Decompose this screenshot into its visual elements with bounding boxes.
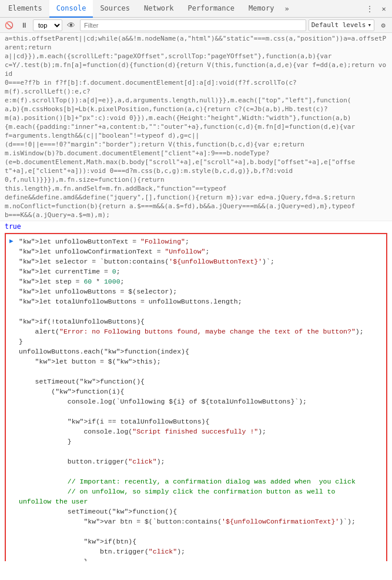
code-line: btn.trigger("click");	[9, 546, 383, 556]
code-line: unfollowButtons.each("kw">function(index…	[9, 346, 383, 356]
code-line: "kw">let unfollowButtons = $(selector);	[9, 286, 383, 296]
tab-more[interactable]: »	[281, 0, 292, 18]
code-line: unfollow the user	[9, 496, 383, 506]
code-line: // Important: recently, a confirmation d…	[9, 476, 383, 486]
tab-console[interactable]: Console	[49, 0, 93, 18]
code-line	[9, 406, 383, 416]
code-line	[9, 366, 383, 376]
code-block: ▶"kw">let unfollowButtonText = "Followin…	[5, 233, 387, 561]
code-line: "kw">let selector = `button:contains('${…	[9, 256, 383, 266]
console-content: a=this.offsetParent||cd;while(a&&!m.node…	[0, 33, 392, 561]
close-devtools-icon[interactable]: ✕	[377, 2, 391, 16]
code-line: "kw">let totalUnfollowButtons = unfollow…	[9, 296, 383, 306]
code-line: ("kw">function(i){	[9, 386, 383, 396]
tab-memory[interactable]: Memory	[242, 0, 281, 18]
code-line: console.log("Script finished succesfully…	[9, 426, 383, 436]
code-line: "kw">var btn = $(`button:contains('${unf…	[9, 516, 383, 526]
frame-selector[interactable]: top	[33, 19, 62, 31]
code-line	[9, 526, 383, 536]
tab-elements[interactable]: Elements	[1, 0, 49, 18]
code-line: setTimeout("kw">function(){	[9, 376, 383, 386]
code-line: }	[9, 436, 383, 446]
stop-on-exception-button[interactable]: ⏸	[18, 19, 31, 32]
filter-input[interactable]	[80, 19, 306, 31]
code-line: "kw">if(i == totalUnfollowButtons){	[9, 416, 383, 426]
code-line: button.trigger("click");	[9, 456, 383, 466]
code-line: ▶"kw">let unfollowButtonText = "Followin…	[9, 236, 383, 246]
tab-sources[interactable]: Sources	[93, 0, 137, 18]
eye-icon[interactable]: 👁	[65, 19, 78, 32]
code-line: }	[9, 336, 383, 346]
minified-code-output: a=this.offsetParent||cd;while(a&&!m.node…	[0, 33, 392, 221]
code-line: "kw">if(btn){	[9, 536, 383, 546]
code-line: alert("Error: no Following buttons found…	[9, 326, 383, 336]
tab-network[interactable]: Network	[137, 0, 181, 18]
tab-bar: Elements Console Sources Network Perform…	[0, 0, 392, 18]
code-line: "kw">let button = $("kw">this);	[9, 356, 383, 366]
devtools-menu-icon[interactable]: ⋮	[363, 2, 377, 16]
code-line: "kw">if(!totalUnfollowButtons){	[9, 316, 383, 326]
code-line: "kw">let unfollowConfirmationText = "Unf…	[9, 246, 383, 256]
log-levels-dropdown[interactable]: Default levels ▾	[309, 19, 374, 31]
settings-icon[interactable]: ⚙	[377, 19, 390, 32]
code-line: setTimeout("kw">function(){	[9, 506, 383, 516]
console-toolbar: 🚫 ⏸ top 👁 Default levels ▾ ⚙	[0, 18, 392, 33]
code-line: console.log(`Unfollowing ${i} of ${total…	[9, 396, 383, 406]
code-line	[9, 466, 383, 476]
code-line	[9, 306, 383, 316]
code-line	[9, 446, 383, 456]
code-line: "kw">let currentTime = 0;	[9, 266, 383, 276]
clear-console-button[interactable]: 🚫	[2, 19, 15, 32]
code-line: }	[9, 556, 383, 561]
code-line: // on unfollow, so simply click the conf…	[9, 486, 383, 496]
tab-performance[interactable]: Performance	[181, 0, 242, 18]
code-line: "kw">let step = 60 * 1000;	[9, 276, 383, 286]
true-value-line: true	[0, 221, 392, 232]
